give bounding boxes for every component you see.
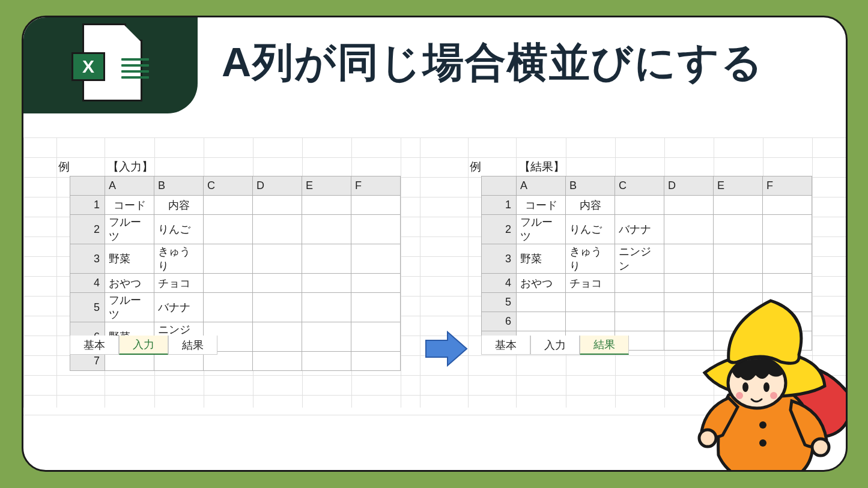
data-cell[interactable] bbox=[204, 215, 253, 244]
data-cell[interactable] bbox=[253, 196, 302, 215]
data-cell[interactable] bbox=[204, 274, 253, 293]
excel-lines-decoration bbox=[121, 58, 149, 82]
data-cell[interactable] bbox=[714, 244, 763, 274]
sheet-tab[interactable]: 入力 bbox=[119, 336, 168, 355]
data-cell[interactable] bbox=[302, 196, 351, 215]
column-header[interactable]: F bbox=[351, 176, 401, 196]
data-cell[interactable]: 内容 bbox=[566, 196, 615, 215]
row-number[interactable]: 3 bbox=[70, 244, 105, 274]
data-cell[interactable] bbox=[351, 196, 401, 215]
data-cell[interactable] bbox=[351, 322, 401, 352]
data-cell[interactable] bbox=[302, 274, 351, 293]
data-cell[interactable] bbox=[664, 196, 714, 215]
data-cell[interactable]: 内容 bbox=[154, 196, 204, 215]
data-cell[interactable] bbox=[302, 244, 351, 274]
row-number[interactable]: 6 bbox=[482, 312, 517, 331]
column-header[interactable]: C bbox=[615, 176, 664, 196]
data-cell[interactable] bbox=[302, 352, 351, 371]
data-cell[interactable] bbox=[351, 215, 401, 244]
data-cell[interactable]: バナナ bbox=[615, 215, 664, 244]
data-cell[interactable] bbox=[763, 215, 812, 244]
row-number[interactable]: 2 bbox=[482, 215, 517, 244]
row-number[interactable]: 1 bbox=[70, 196, 105, 215]
data-cell[interactable]: チョコ bbox=[566, 274, 615, 293]
data-cell[interactable]: バナナ bbox=[154, 293, 204, 322]
data-cell[interactable] bbox=[615, 196, 664, 215]
column-header[interactable]: A bbox=[105, 176, 154, 196]
data-cell[interactable] bbox=[615, 274, 664, 293]
data-cell[interactable] bbox=[253, 244, 302, 274]
row-number[interactable]: 5 bbox=[70, 293, 105, 322]
data-cell[interactable] bbox=[517, 312, 566, 331]
sheet-tab[interactable]: 基本 bbox=[481, 336, 530, 355]
row-number[interactable]: 2 bbox=[70, 215, 105, 244]
column-header[interactable]: B bbox=[566, 176, 615, 196]
data-cell[interactable]: コード bbox=[105, 196, 154, 215]
column-header[interactable]: A bbox=[517, 176, 566, 196]
data-cell[interactable]: チョコ bbox=[154, 274, 204, 293]
data-cell[interactable] bbox=[302, 322, 351, 352]
data-cell[interactable]: ニンジン bbox=[615, 244, 664, 274]
column-header[interactable]: C bbox=[204, 176, 253, 196]
data-cell[interactable] bbox=[517, 293, 566, 312]
corner-cell[interactable] bbox=[482, 176, 517, 196]
input-header-label: 【入力】 bbox=[108, 159, 153, 175]
main-card: X A列が同じ場合横並びにする 例 【入力】 ABCDEF1コード内容2フルーツ… bbox=[22, 16, 848, 472]
data-cell[interactable] bbox=[302, 215, 351, 244]
data-cell[interactable] bbox=[351, 244, 401, 274]
column-header[interactable]: E bbox=[714, 176, 763, 196]
column-header[interactable]: B bbox=[154, 176, 204, 196]
data-cell[interactable] bbox=[763, 244, 812, 274]
data-cell[interactable]: フルーツ bbox=[105, 293, 154, 322]
data-cell[interactable] bbox=[566, 293, 615, 312]
data-cell[interactable]: おやつ bbox=[105, 274, 154, 293]
data-cell[interactable]: おやつ bbox=[517, 274, 566, 293]
sheet-tab[interactable]: 基本 bbox=[70, 336, 119, 355]
row-number[interactable]: 1 bbox=[482, 196, 517, 215]
sheet-tab[interactable]: 入力 bbox=[530, 336, 580, 355]
data-cell[interactable]: 野菜 bbox=[105, 244, 154, 274]
svg-point-8 bbox=[736, 392, 743, 399]
row-number[interactable]: 4 bbox=[482, 274, 517, 293]
row-number[interactable]: 3 bbox=[482, 244, 517, 274]
data-cell[interactable] bbox=[204, 196, 253, 215]
column-header[interactable]: D bbox=[664, 176, 714, 196]
column-header[interactable]: D bbox=[253, 176, 302, 196]
sheet-tab[interactable]: 結果 bbox=[168, 336, 217, 355]
data-cell[interactable]: コード bbox=[517, 196, 566, 215]
data-cell[interactable] bbox=[351, 352, 401, 371]
data-cell[interactable] bbox=[664, 244, 714, 274]
data-cell[interactable] bbox=[204, 293, 253, 322]
data-cell[interactable]: りんご bbox=[566, 215, 615, 244]
data-cell[interactable] bbox=[566, 312, 615, 331]
data-cell[interactable]: フルーツ bbox=[105, 215, 154, 244]
data-cell[interactable] bbox=[351, 274, 401, 293]
mascot-character bbox=[672, 290, 848, 472]
data-cell[interactable] bbox=[253, 215, 302, 244]
row-number[interactable]: 5 bbox=[482, 293, 517, 312]
sheet-tab[interactable]: 結果 bbox=[580, 336, 629, 355]
svg-point-9 bbox=[770, 392, 777, 399]
data-cell[interactable] bbox=[302, 293, 351, 322]
data-cell[interactable] bbox=[615, 293, 664, 312]
data-cell[interactable]: フルーツ bbox=[517, 215, 566, 244]
data-cell[interactable]: りんご bbox=[154, 215, 204, 244]
data-cell[interactable]: きゅうり bbox=[154, 244, 204, 274]
data-cell[interactable] bbox=[664, 215, 714, 244]
data-cell[interactable] bbox=[253, 322, 302, 352]
data-cell[interactable] bbox=[714, 196, 763, 215]
row-number[interactable]: 4 bbox=[70, 274, 105, 293]
column-header[interactable]: F bbox=[763, 176, 812, 196]
data-cell[interactable]: きゅうり bbox=[566, 244, 615, 274]
data-cell[interactable] bbox=[204, 244, 253, 274]
data-cell[interactable] bbox=[763, 196, 812, 215]
data-cell[interactable] bbox=[253, 293, 302, 322]
corner-cell[interactable] bbox=[70, 176, 105, 196]
data-cell[interactable] bbox=[253, 352, 302, 371]
data-cell[interactable] bbox=[615, 312, 664, 331]
data-cell[interactable] bbox=[253, 274, 302, 293]
column-header[interactable]: E bbox=[302, 176, 351, 196]
data-cell[interactable] bbox=[351, 293, 401, 322]
data-cell[interactable]: 野菜 bbox=[517, 244, 566, 274]
data-cell[interactable] bbox=[714, 215, 763, 244]
